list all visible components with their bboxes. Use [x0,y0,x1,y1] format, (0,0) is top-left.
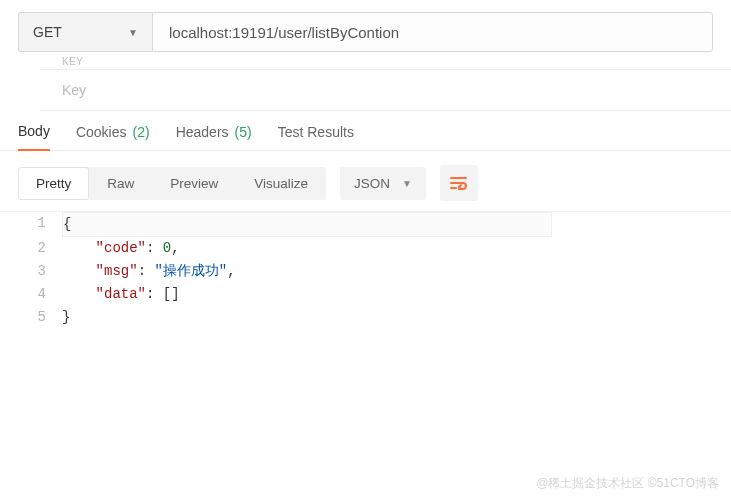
http-method-label: GET [33,24,62,40]
line-number: 1 [16,212,62,237]
tab-cookies[interactable]: Cookies (2) [76,124,150,150]
param-key-input[interactable] [40,70,731,111]
code-content: "data": [] [62,283,180,306]
url-input[interactable]: localhost:19191/user/listByContion [152,12,713,52]
tab-cookies-label: Cookies [76,124,127,140]
view-raw-button[interactable]: Raw [89,167,152,200]
code-content: "code": 0, [62,237,180,260]
headers-count: (5) [235,124,252,140]
tab-headers[interactable]: Headers (5) [176,124,252,150]
wrap-lines-button[interactable] [440,165,478,201]
tab-body[interactable]: Body [18,123,50,151]
url-text: localhost:19191/user/listByContion [169,24,399,41]
view-pretty-button[interactable]: Pretty [18,167,89,200]
tab-headers-label: Headers [176,124,229,140]
line-number: 5 [16,306,62,329]
code-content: { [62,212,552,237]
wrap-icon [450,176,468,190]
line-number: 4 [16,283,62,306]
view-preview-button[interactable]: Preview [152,167,236,200]
code-content: } [62,306,70,329]
params-column-header: KEY [40,56,731,70]
cookies-count: (2) [133,124,150,140]
code-content: "msg": "操作成功", [62,260,236,283]
tab-test-results[interactable]: Test Results [278,124,354,150]
language-select[interactable]: JSON ▼ [340,167,426,200]
chevron-down-icon: ▼ [128,27,138,38]
view-mode-group: Pretty Raw Preview Visualize [18,167,326,200]
watermark-text: @稀土掘金技术社区 ©51CTO博客 [536,475,719,492]
line-number: 3 [16,260,62,283]
line-number: 2 [16,237,62,260]
response-body-viewer[interactable]: 1 { 2 "code": 0, 3 "msg": "操作成功", 4 "dat… [0,211,731,329]
view-visualize-button[interactable]: Visualize [236,167,326,200]
tab-body-label: Body [18,123,50,139]
tab-test-results-label: Test Results [278,124,354,140]
chevron-down-icon: ▼ [402,178,412,189]
http-method-select[interactable]: GET ▼ [18,12,152,52]
language-label: JSON [354,176,390,191]
